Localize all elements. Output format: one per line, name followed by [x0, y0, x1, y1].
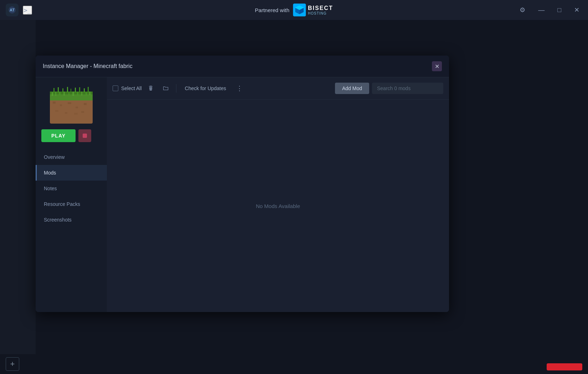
titlebar-left: AT >_: [6, 4, 32, 16]
svg-rect-31: [62, 88, 63, 92]
toolbar: Select All Check for Updates: [107, 77, 449, 100]
svg-rect-21: [59, 92, 61, 95]
select-all-label: Select All: [121, 85, 142, 91]
svg-rect-11: [76, 107, 78, 108]
svg-rect-13: [55, 110, 58, 112]
partnered-text: Partnered with: [255, 7, 289, 13]
svg-rect-22: [63, 92, 65, 95]
svg-rect-26: [81, 92, 82, 95]
sidebar-item-resource-packs[interactable]: Resource Packs: [36, 196, 107, 212]
play-section: PLAY: [36, 129, 107, 149]
modal-titlebar: Instance Manager - Minecraft fabric ✕: [36, 56, 449, 77]
svg-rect-30: [58, 87, 59, 92]
svg-rect-24: [72, 92, 74, 96]
modal-title: Instance Manager - Minecraft fabric: [43, 63, 133, 69]
play-button[interactable]: PLAY: [41, 129, 76, 142]
bisect-cube-svg: [294, 4, 305, 16]
sidebar-item-overview[interactable]: Overview: [36, 149, 107, 165]
search-input[interactable]: [372, 83, 443, 94]
app-logo: AT: [6, 4, 19, 16]
stop-button[interactable]: [78, 129, 91, 142]
svg-rect-10: [68, 102, 71, 104]
delete-icon: [148, 85, 154, 91]
svg-rect-28: [89, 92, 91, 95]
titlebar: AT >_ Partnered with BISECT HOSTING: [0, 0, 588, 20]
settings-button[interactable]: ⚙: [517, 5, 528, 15]
sidebar-item-notes[interactable]: Notes: [36, 181, 107, 196]
svg-rect-19: [52, 92, 53, 96]
sidebar-item-screenshots[interactable]: Screenshots: [36, 212, 107, 228]
titlebar-center: Partnered with BISECT HOSTING: [255, 4, 333, 16]
modal-close-button[interactable]: ✕: [432, 61, 442, 71]
bisect-text-group: BISECT HOSTING: [308, 5, 333, 15]
svg-rect-9: [60, 104, 62, 106]
svg-rect-36: [84, 88, 85, 92]
svg-rect-8: [53, 102, 56, 104]
grass-block-icon: [50, 84, 93, 124]
app-logo-icon: AT: [8, 6, 16, 14]
svg-rect-12: [84, 103, 87, 105]
add-mod-button[interactable]: Add Mod: [335, 83, 369, 94]
bisect-name: BISECT: [308, 5, 333, 11]
more-options-button[interactable]: ⋮: [233, 82, 246, 94]
svg-rect-20: [55, 92, 56, 96]
svg-rect-32: [67, 87, 68, 92]
svg-rect-33: [71, 89, 71, 92]
minimize-button[interactable]: —: [535, 5, 547, 15]
svg-rect-23: [68, 92, 69, 95]
terminal-button[interactable]: >_: [23, 6, 32, 15]
svg-rect-25: [77, 92, 78, 95]
add-instance-button[interactable]: +: [6, 357, 19, 371]
select-all-checkbox[interactable]: [113, 85, 118, 91]
maximize-button[interactable]: □: [555, 5, 564, 15]
folder-button[interactable]: [160, 82, 172, 94]
bisect-logo: BISECT HOSTING: [293, 4, 333, 16]
bisect-cube-icon: [293, 4, 306, 16]
svg-text:AT: AT: [10, 8, 15, 12]
svg-rect-29: [53, 88, 55, 92]
svg-rect-37: [88, 87, 89, 92]
stop-icon: [83, 134, 87, 138]
empty-state: No Mods Available: [107, 100, 449, 312]
svg-rect-27: [86, 92, 87, 95]
svg-rect-14: [65, 112, 67, 114]
instance-manager-modal: Instance Manager - Minecraft fabric ✕: [36, 56, 449, 312]
app-close-button[interactable]: ✕: [571, 5, 582, 15]
bisect-sub: HOSTING: [308, 11, 333, 15]
modal-body: PLAY Overview Mods Notes Resource Packs …: [36, 77, 449, 312]
svg-rect-34: [75, 88, 76, 92]
main-area: Instance Manager - Minecraft fabric ✕: [0, 20, 588, 374]
empty-message: No Mods Available: [256, 203, 300, 209]
instance-image: [50, 84, 93, 124]
bottom-right-button[interactable]: [547, 363, 582, 370]
titlebar-right: ⚙ — □ ✕: [517, 5, 582, 15]
svg-rect-35: [79, 87, 80, 92]
toolbar-divider: [176, 84, 176, 93]
bottom-bar: +: [0, 354, 588, 374]
content-area: Select All Check for Updates: [107, 77, 449, 312]
sidebar-item-mods[interactable]: Mods: [36, 165, 107, 181]
svg-rect-15: [74, 113, 78, 115]
check-updates-button[interactable]: Check for Updates: [181, 83, 231, 93]
svg-rect-16: [81, 111, 84, 113]
folder-icon: [163, 85, 169, 91]
delete-button[interactable]: [145, 82, 157, 94]
bg-panel: [0, 20, 36, 374]
select-all-checkbox-wrap[interactable]: Select All: [113, 85, 142, 91]
sidebar: PLAY Overview Mods Notes Resource Packs …: [36, 77, 107, 312]
